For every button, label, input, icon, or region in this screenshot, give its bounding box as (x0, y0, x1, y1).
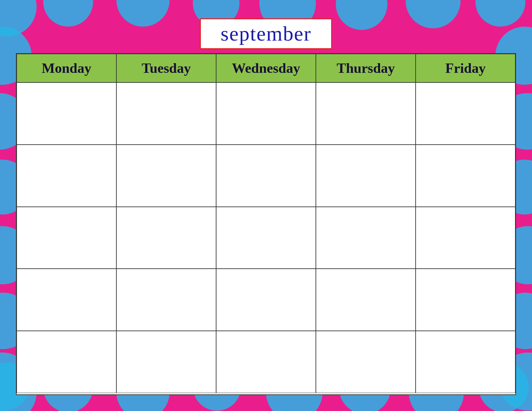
calendar-cell[interactable] (116, 269, 216, 331)
calendar-row (17, 82, 515, 145)
calendar-cell[interactable] (116, 145, 216, 207)
day-headers: MondayTuesdayWednesdayThursdayFriday (17, 54, 515, 82)
day-header-monday: Monday (17, 54, 116, 82)
calendar-cell[interactable] (416, 82, 515, 145)
day-header-friday: Friday (416, 54, 515, 82)
calendar-row (17, 207, 515, 269)
calendar-cell[interactable] (216, 269, 316, 331)
calendar-cell[interactable] (17, 82, 116, 145)
calendar-wrapper: september MondayTuesdayWednesdayThursday… (16, 18, 516, 395)
calendar-cell[interactable] (416, 145, 515, 207)
calendar-grid: MondayTuesdayWednesdayThursdayFriday (16, 53, 516, 395)
day-header-thursday: Thursday (316, 54, 416, 82)
day-header-tuesday: Tuesday (116, 54, 216, 82)
calendar-cell[interactable] (316, 145, 416, 207)
month-title: september (221, 22, 312, 45)
calendar-cell[interactable] (316, 82, 416, 145)
calendar-cell[interactable] (17, 331, 116, 393)
calendar-cell[interactable] (316, 269, 416, 331)
day-header-wednesday: Wednesday (216, 54, 316, 82)
calendar-cell[interactable] (216, 82, 316, 145)
calendar-row (17, 145, 515, 207)
calendar-cell[interactable] (216, 145, 316, 207)
calendar-cell[interactable] (416, 207, 515, 269)
calendar-cell[interactable] (116, 331, 216, 393)
calendar-row (17, 269, 515, 331)
calendar-row (17, 331, 515, 393)
calendar-cell[interactable] (216, 207, 316, 269)
calendar-cell[interactable] (416, 269, 515, 331)
calendar-cell[interactable] (116, 207, 216, 269)
calendar-cell[interactable] (416, 331, 515, 393)
calendar-cell[interactable] (316, 331, 416, 393)
calendar-cell[interactable] (216, 331, 316, 393)
calendar-cell[interactable] (116, 82, 216, 145)
calendar-cell[interactable] (316, 207, 416, 269)
calendar-rows (17, 82, 515, 393)
calendar-cell[interactable] (17, 207, 116, 269)
month-title-container: september (200, 18, 332, 49)
calendar-cell[interactable] (17, 269, 116, 331)
calendar-cell[interactable] (17, 145, 116, 207)
